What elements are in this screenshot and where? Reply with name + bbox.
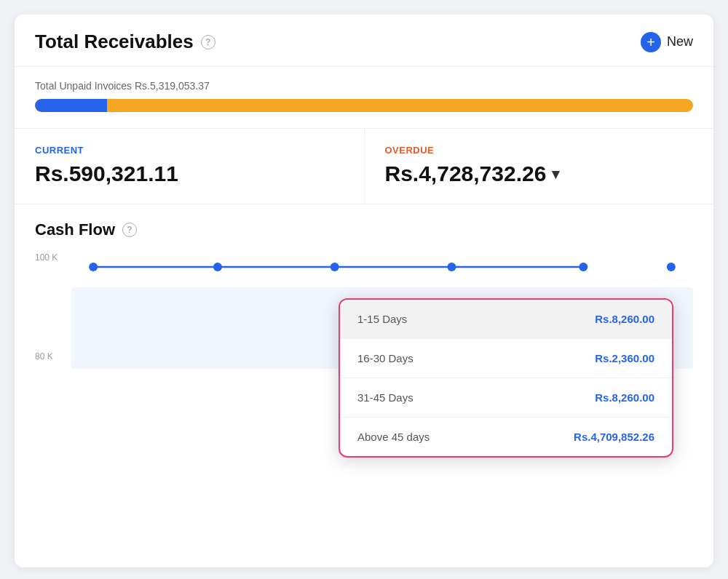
progress-bar <box>35 99 693 112</box>
overdue-stat-card: OVERDUE Rs.4,728,732.26 ▾ <box>365 129 714 204</box>
dropdown-row-2-value: Rs.8,260.00 <box>595 391 654 404</box>
chart-label-80k: 80 K <box>35 351 58 362</box>
svg-point-5 <box>667 263 676 271</box>
dropdown-row-3-label: Above 45 days <box>357 431 430 443</box>
dropdown-row-0-label: 1-15 Days <box>357 313 407 325</box>
current-stat-card: CURRENT Rs.590,321.11 <box>15 129 365 204</box>
dropdown-row-3[interactable]: Above 45 days Rs.4,709,852.26 <box>340 418 672 456</box>
dropdown-row-1-value: Rs.2,360.00 <box>595 352 654 364</box>
page-title: Total Receivables <box>35 31 194 53</box>
new-button-label: New <box>667 34 693 49</box>
progress-bar-fill <box>35 99 107 112</box>
svg-point-0 <box>89 263 98 271</box>
svg-point-1 <box>213 263 222 271</box>
overdue-dropdown-popup: 1-15 Days Rs.8,260.00 16-30 Days Rs.2,36… <box>339 298 673 458</box>
current-label: CURRENT <box>35 145 344 156</box>
card-header: Total Receivables ? + New <box>15 15 713 67</box>
dropdown-row-3-value: Rs.4,709,852.26 <box>574 431 654 443</box>
overdue-value[interactable]: Rs.4,728,732.26 ▾ <box>385 161 694 186</box>
chart-label-100k: 100 K <box>35 252 58 263</box>
main-card: Total Receivables ? + New Total Unpaid I… <box>15 15 713 567</box>
current-value: Rs.590,321.11 <box>35 161 344 186</box>
svg-point-3 <box>447 263 456 271</box>
new-button[interactable]: + New <box>641 32 693 52</box>
dropdown-row-2[interactable]: 31-45 Days Rs.8,260.00 <box>340 378 672 418</box>
dropdown-row-0[interactable]: 1-15 Days Rs.8,260.00 <box>340 300 672 339</box>
plus-icon: + <box>641 32 661 52</box>
help-icon[interactable]: ? <box>201 35 215 49</box>
dropdown-row-2-label: 31-45 Days <box>357 391 414 404</box>
dropdown-row-1-label: 16-30 Days <box>357 352 414 364</box>
cash-flow-header: Cash Flow ? <box>35 220 693 239</box>
cash-flow-title: Cash Flow <box>35 220 115 239</box>
overdue-label: OVERDUE <box>385 145 694 156</box>
dropdown-arrow-icon: ▾ <box>552 165 559 183</box>
svg-point-2 <box>331 263 339 271</box>
cash-flow-help-icon[interactable]: ? <box>122 223 137 237</box>
chart-y-labels: 100 K 80 K <box>35 252 58 369</box>
unpaid-label: Total Unpaid Invoices Rs.5,319,053.37 <box>35 80 693 92</box>
dropdown-row-0-value: Rs.8,260.00 <box>595 313 654 325</box>
stats-row: CURRENT Rs.590,321.11 OVERDUE Rs.4,728,7… <box>15 129 713 204</box>
title-group: Total Receivables ? <box>35 31 215 53</box>
unpaid-section: Total Unpaid Invoices Rs.5,319,053.37 <box>15 67 713 129</box>
dropdown-row-1[interactable]: 16-30 Days Rs.2,360.00 <box>340 339 672 378</box>
svg-point-4 <box>579 263 587 271</box>
